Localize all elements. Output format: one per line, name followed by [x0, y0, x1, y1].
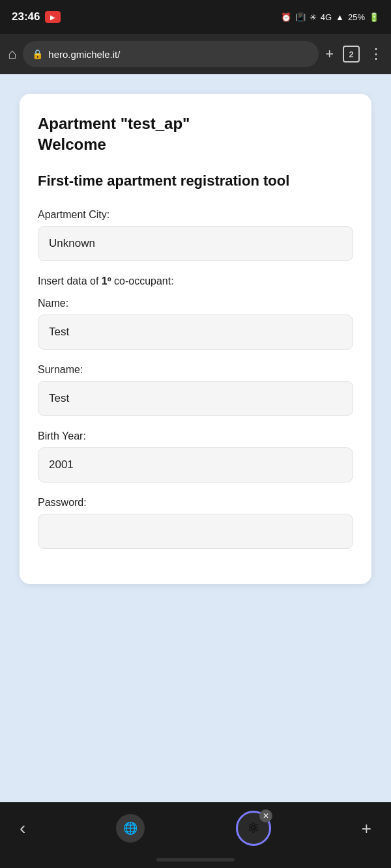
- birth-year-group: Birth Year:: [38, 430, 353, 483]
- status-right: ⏰ 📳 ✳ 4G ▲ 25% 🔋: [281, 12, 379, 22]
- insert-data-label: Insert data of 1º co-occupant:: [38, 275, 353, 287]
- apartment-city-label: Apartment City:: [38, 209, 353, 221]
- home-bar-row: [0, 854, 391, 868]
- home-indicator: [156, 858, 235, 861]
- rec-icon: ▶: [45, 11, 61, 23]
- menu-icon[interactable]: ⋮: [369, 46, 383, 63]
- alarm-icon: ⏰: [281, 12, 291, 22]
- surname-label: Surname:: [38, 364, 353, 376]
- registration-card: Apartment "test_ap" Welcome First-time a…: [20, 94, 371, 584]
- back-icon: ‹: [20, 818, 25, 839]
- browser-bar: ⌂ 🔒 hero.gmichele.it/ + 2 ⋮: [0, 34, 391, 74]
- birth-year-input[interactable]: [38, 447, 353, 483]
- earth-icon[interactable]: 🌐: [116, 814, 145, 843]
- browser-home-icon[interactable]: ⌂: [8, 46, 16, 63]
- signal-4g-icon: 4G: [321, 12, 332, 22]
- lock-icon: 🔒: [32, 49, 43, 59]
- react-icon: ⚛: [247, 820, 260, 837]
- surname-input[interactable]: [38, 381, 353, 416]
- status-bar: 23:46 ▶ ⏰ 📳 ✳ 4G ▲ 25% 🔋: [0, 0, 391, 34]
- add-tab-icon[interactable]: +: [325, 46, 334, 63]
- apartment-city-group: Apartment City:: [38, 209, 353, 261]
- insert-label-ordinal: 1º: [102, 275, 111, 287]
- password-input[interactable]: [38, 514, 353, 549]
- page-area: Apartment "test_ap" Welcome First-time a…: [0, 74, 391, 802]
- vibrate-icon: 📳: [295, 12, 306, 22]
- plus-icon: +: [362, 819, 371, 838]
- browser-actions: + 2 ⋮: [325, 46, 383, 63]
- status-time: 23:46: [12, 10, 40, 23]
- welcome-heading: Welcome: [38, 135, 353, 154]
- app-icon-container[interactable]: ⚛ ✕: [236, 811, 271, 846]
- surname-group: Surname:: [38, 364, 353, 416]
- back-button[interactable]: ‹: [20, 818, 25, 839]
- tab-count-badge[interactable]: 2: [343, 46, 360, 63]
- name-label: Name:: [38, 298, 353, 309]
- apartment-city-input[interactable]: [38, 226, 353, 261]
- birth-year-label: Birth Year:: [38, 430, 353, 442]
- password-label: Password:: [38, 497, 353, 509]
- insert-label-suffix: co-occupant:: [111, 275, 174, 287]
- battery-level: 25%: [348, 12, 365, 22]
- battery-icon: 🔋: [369, 12, 379, 22]
- browser-url-bar[interactable]: 🔒 hero.gmichele.it/: [23, 41, 319, 67]
- bluetooth-icon: ✳: [310, 12, 317, 22]
- tool-title: First-time apartment registration tool: [38, 172, 353, 191]
- add-button[interactable]: +: [362, 819, 371, 839]
- insert-label-prefix: Insert data of: [38, 275, 102, 287]
- signal-bar-icon: ▲: [336, 12, 344, 22]
- bottom-nav: ‹ 🌐 ⚛ ✕ +: [0, 802, 391, 854]
- url-text: hero.gmichele.it/: [48, 49, 120, 60]
- name-input[interactable]: [38, 315, 353, 350]
- close-badge[interactable]: ✕: [259, 809, 272, 822]
- apartment-title: Apartment "test_ap": [38, 115, 353, 133]
- password-group: Password:: [38, 497, 353, 549]
- name-group: Name:: [38, 298, 353, 350]
